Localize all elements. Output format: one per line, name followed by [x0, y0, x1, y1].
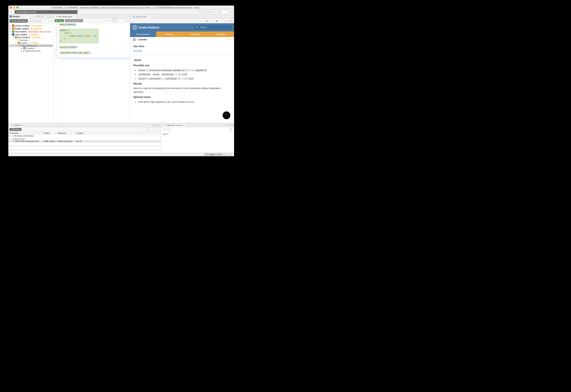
new-button[interactable]: ⊞ [41, 15, 43, 18]
warnings-filter-button[interactable]: ⚠ [141, 128, 145, 131]
gaml-reference-search[interactable]: 🔍 GAML reference (⌃⌘H) [198, 10, 228, 14]
next-model-button[interactable]: » [51, 20, 52, 22]
union-heading: union [133, 59, 142, 62]
tree-item-includes[interactable]: includes [9, 39, 53, 42]
validation-row-todo[interactable]: ☑ TODO ToDo comments can k... GAML Synta… [8, 140, 161, 143]
close-tab-icon[interactable]: ✕ [73, 16, 74, 18]
pin-icon[interactable]: ⊓ [151, 124, 153, 126]
menu-icon[interactable] [133, 39, 136, 41]
minimize-icon[interactable]: ▭ [229, 11, 230, 13]
gama-logo-icon: G [133, 25, 137, 29]
run-experiment-button[interactable]: ▶ exp1 [55, 19, 64, 22]
find-model-input[interactable]: 🔍 Find model... [29, 20, 49, 22]
ok-filter-button[interactable]: ✔ [151, 128, 155, 131]
nav-contribute[interactable]: Contribute [208, 31, 234, 37]
scroll-to-top-button[interactable]: ⌃ [223, 111, 230, 119]
console-output[interactable]: gaml> [161, 132, 234, 153]
browser-refresh-button[interactable]: ⟳ [223, 19, 228, 23]
console-icon: 💬 [164, 124, 166, 126]
tree-item-contents[interactable]: ▶◉ Contents [9, 47, 53, 50]
doc-content-area[interactable]: › Literals ⋮ See also: directed, union P… [130, 37, 234, 123]
tree-item-model-file[interactable]: ▼Ⓖ New Model.gaml (1 experiment) [9, 44, 53, 47]
project-folder-icon [15, 36, 17, 39]
items-count-badge: 1199 items [9, 128, 21, 131]
more-menu-icon[interactable]: ⋮ [229, 39, 231, 41]
nav-back-icon[interactable]: ⟸ [104, 19, 107, 22]
main-toolbar: ▶ No simulation running 🔍 GAML reference… [8, 10, 234, 15]
link-editor-button[interactable]: ⇄ [35, 15, 38, 18]
usage-item: container union container ---> list [138, 73, 231, 76]
simulation-status: No simulation running [14, 10, 78, 14]
maximize-window-button[interactable] [16, 6, 18, 9]
console-clear-button[interactable]: ⊘ [229, 128, 233, 131]
console-tab[interactable]: 💬 Interactive console ✕ [162, 124, 186, 127]
models-view-title: Models [13, 15, 20, 18]
console-btn-a[interactable]: A [163, 128, 166, 131]
validation-tab[interactable]: ◑ Validation ✕ [9, 124, 25, 127]
min-view-button[interactable]: ▭ [50, 15, 52, 18]
validation-table-header: Description Project Resource Locationˆ [8, 131, 161, 135]
menu-button[interactable]: ▾ [47, 15, 49, 18]
console-btn-aa[interactable]: Aᴀ [167, 128, 170, 131]
nav-documentation[interactable]: Documentation [130, 31, 156, 37]
editor-tab[interactable]: Ⓖ New Model.gaml ✕ [54, 15, 76, 18]
max-panel-icon[interactable]: ◻ [158, 124, 160, 126]
folder-icon [18, 42, 20, 44]
active-model-chip[interactable]: ⒼNew Model.gaml [9, 19, 28, 23]
close-tab-icon[interactable]: ✕ [22, 124, 24, 126]
import-button[interactable]: ↓ [44, 15, 46, 18]
validation-row-tasks[interactable]: ▼☑Tasks (1 item) [8, 138, 161, 140]
tree-item-user[interactable]: ▼👤 User models (1 project) [9, 33, 53, 36]
filter-icon[interactable]: ⚗ [154, 124, 155, 126]
console-prompt: gaml> [163, 133, 169, 135]
models-tree[interactable]: ▶📚 Library models (7 projects) ▶⚙ Plugin… [8, 24, 54, 123]
breadcrumb: › Literals [137, 38, 147, 41]
tree-item-experiment[interactable]: ▶▶ Experiment exp1 [9, 50, 53, 52]
outline-toggle-icon[interactable]: ☰▾ [126, 19, 129, 22]
validation-row-info[interactable]: ▶ⓘInformation (1198 items) [8, 135, 161, 138]
browser-back-button[interactable]: ◀ [204, 19, 209, 23]
result-text: returns a new list containing all the el… [133, 87, 231, 94]
maximize-icon[interactable]: ◻ [231, 11, 233, 13]
usage-item: union ( container<unknown,geometry> ) --… [138, 69, 231, 72]
tree-item-library[interactable]: ▶📚 Library models (7 projects) [9, 24, 53, 27]
tree-item-first-project[interactable]: ▼ First Project (1 model) [9, 36, 53, 39]
max-console-icon[interactable]: ◻ [231, 124, 233, 126]
gama-search-input[interactable]: 🔍 Search [194, 25, 231, 29]
close-tab-icon[interactable]: ✕ [147, 16, 149, 18]
browser-stop-button[interactable]: ✖ [228, 19, 233, 23]
list-view-button[interactable]: ≡ [156, 128, 159, 131]
library-icon: 📚 [12, 24, 14, 27]
nav-download[interactable]: Download [182, 31, 208, 37]
experiment-icon: ▶ [23, 50, 25, 52]
possible-use-heading: Possible use: [133, 63, 231, 67]
pin-console-icon[interactable]: ⊓ [227, 124, 228, 126]
min-console-icon[interactable]: ▭ [229, 124, 231, 126]
minimize-window-button[interactable] [13, 6, 15, 9]
find-in-file-input[interactable]: 🔍 Find... (⌘G) [112, 18, 125, 23]
tree-item-test[interactable]: ▶✔ Test models (8 projects, not yet run) [9, 30, 53, 33]
window-title: wsGamaRel_1.8_334544454 - /Applications/… [22, 6, 229, 9]
memory-meter[interactable]: 168M of 495M [204, 153, 228, 156]
collapse-button[interactable]: ⊟ [38, 15, 41, 18]
nav-fwd-icon[interactable]: ⟹ [108, 19, 111, 22]
link-directed[interactable]: directed [133, 49, 142, 52]
info-filter-button[interactable]: ⓘ [146, 128, 150, 131]
tree-item-models-folder[interactable]: ▼ models (1 model) [9, 42, 53, 44]
plugin-icon: ⚙ [12, 27, 14, 30]
tree-item-plugin[interactable]: ▶⚙ Plugin models (8 projects) [9, 27, 53, 30]
gama-title: GAMA-Platform [139, 26, 193, 29]
min-panel-icon[interactable]: ▭ [156, 124, 158, 126]
prev-model-button[interactable]: « [50, 20, 51, 22]
browser-home-button[interactable]: ⌂ [210, 19, 214, 23]
browser-forward-button[interactable]: ▶ [215, 19, 219, 23]
add-experiment-button[interactable]: ⊕ Add experiment [65, 19, 83, 22]
code-editor[interactable]: model NewModel global { init { create pe… [59, 23, 130, 123]
close-window-button[interactable] [10, 6, 12, 9]
nav-tutorials[interactable]: Tutorials [156, 31, 182, 37]
gc-button[interactable]: 🗑 [230, 153, 232, 156]
close-tab-icon[interactable]: ✕ [183, 124, 184, 126]
welcome-tab[interactable]: 🌐 welcome.html ✕ [131, 15, 150, 18]
play-button[interactable]: ▶ [9, 10, 14, 14]
see-also-heading: See also: [133, 44, 231, 48]
